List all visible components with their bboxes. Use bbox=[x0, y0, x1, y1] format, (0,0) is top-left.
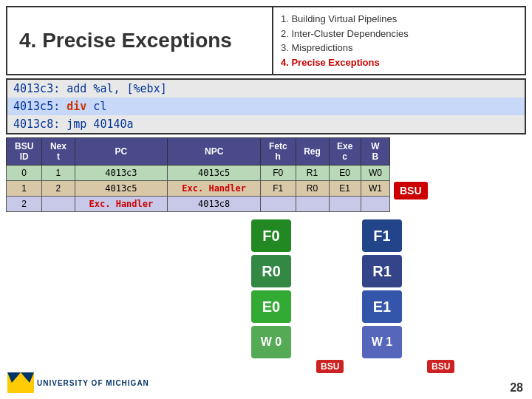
cell-bsu-id: 1 bbox=[7, 181, 42, 197]
col-npc: NPC bbox=[168, 138, 261, 166]
left-box-group: F0 R0 E0 W 0 bbox=[251, 219, 291, 358]
cell-fetch: F0 bbox=[261, 166, 296, 181]
cell-exec bbox=[329, 197, 361, 212]
box-w0: W 0 bbox=[251, 326, 291, 358]
page-number: 28 bbox=[510, 381, 523, 395]
nav-item-1: 1. Building Virtual Pipelines bbox=[281, 12, 517, 27]
code-line-2: 4013c5: div cl bbox=[7, 98, 525, 115]
table-header-row: BSUID Next PC NPC Fetch Reg Exec WB bbox=[7, 138, 390, 166]
nav-item-4: 4. Precise Exceptions bbox=[281, 55, 517, 70]
code-line-1: 4013c3: add %al, [%ebx] bbox=[7, 80, 525, 98]
university-logo: UNIVERSITY OF MICHIGAN bbox=[7, 372, 149, 393]
col-wb: WB bbox=[361, 138, 389, 166]
cell-wb: W0 bbox=[361, 166, 389, 181]
cell-bsu-id: 2 bbox=[7, 197, 42, 212]
nav-item-3: 3. Mispredictions bbox=[281, 41, 517, 55]
col-exec: Exec bbox=[329, 138, 361, 166]
cell-exec: E1 bbox=[329, 181, 361, 197]
univ-name: UNIVERSITY OF MICHIGAN bbox=[37, 379, 149, 387]
box-e0: E0 bbox=[251, 290, 291, 323]
header: 4. Precise Exceptions 1. Building Virtua… bbox=[6, 6, 526, 75]
cell-npc: 4013c5 bbox=[168, 166, 261, 181]
title-text: 4. Precise Exceptions bbox=[19, 29, 232, 52]
col-bsu-id: BSUID bbox=[7, 138, 42, 166]
logo-icon bbox=[7, 372, 34, 393]
table-row: 1 2 4013c5 Exc. Handler F1 R0 E1 W1 bbox=[7, 181, 390, 197]
cell-reg bbox=[296, 197, 329, 212]
page-title: 4. Precise Exceptions bbox=[7, 7, 273, 74]
table-area: BSUID Next PC NPC Fetch Reg Exec WB 0 1 … bbox=[6, 137, 526, 212]
cell-npc: 4013c8 bbox=[168, 197, 261, 212]
box-w1: W 1 bbox=[362, 326, 402, 358]
pipeline-table: BSUID Next PC NPC Fetch Reg Exec WB 0 1 … bbox=[6, 137, 390, 212]
bsu-right-bottom: BSU bbox=[427, 360, 454, 373]
cell-pc: 4013c5 bbox=[75, 181, 168, 197]
cell-npc-exc: Exc. Handler bbox=[168, 181, 261, 197]
code-text-3: 4013c8: jmp 40140a bbox=[13, 117, 134, 131]
cell-next: 2 bbox=[42, 181, 75, 197]
right-box-group: F1 R1 E1 W 1 bbox=[362, 219, 402, 358]
cell-pc-exc: Exc. Handler bbox=[75, 197, 168, 212]
cell-fetch bbox=[261, 197, 296, 212]
box-e1: E1 bbox=[362, 290, 402, 323]
cell-reg: R0 bbox=[296, 181, 329, 197]
col-reg: Reg bbox=[296, 138, 329, 166]
bsu-badge-table: BSU bbox=[394, 182, 428, 200]
code-suffix-2: cl bbox=[86, 100, 106, 113]
cell-next: 1 bbox=[42, 166, 75, 181]
table-row: 0 1 4013c3 4013c5 F0 R1 E0 W0 bbox=[7, 166, 390, 181]
nav-list: 1. Building Virtual Pipelines 2. Inter-C… bbox=[273, 7, 525, 74]
col-next: Next bbox=[42, 138, 75, 166]
col-fetch: Fetch bbox=[261, 138, 296, 166]
nav-item-2: 2. Inter-Cluster Dependencies bbox=[281, 27, 517, 41]
cell-wb bbox=[361, 197, 389, 212]
cell-bsu-id: 0 bbox=[7, 166, 42, 181]
cell-fetch: F1 bbox=[261, 181, 296, 197]
box-r1: R1 bbox=[362, 255, 402, 287]
code-line-3: 4013c8: jmp 40140a bbox=[7, 115, 525, 133]
code-area: 4013c3: add %al, [%ebx] 4013c5: div cl 4… bbox=[6, 78, 526, 134]
bsu-left-bottom: BSU bbox=[316, 360, 344, 373]
code-keyword-2: div bbox=[66, 100, 86, 113]
cell-reg: R1 bbox=[296, 166, 329, 181]
col-pc: PC bbox=[75, 138, 168, 166]
cell-wb: W1 bbox=[361, 181, 389, 197]
cell-next bbox=[42, 197, 75, 212]
cell-exec: E0 bbox=[329, 166, 361, 181]
box-r0: R0 bbox=[251, 255, 291, 287]
code-text-1: 4013c3: add %al, [%ebx] bbox=[13, 82, 167, 95]
table-row: 2 Exc. Handler 4013c8 bbox=[7, 197, 390, 212]
box-f0: F0 bbox=[251, 219, 291, 252]
code-prefix-2: 4013c5: bbox=[13, 100, 66, 113]
cell-pc: 4013c3 bbox=[75, 166, 168, 181]
box-f1: F1 bbox=[362, 219, 402, 252]
